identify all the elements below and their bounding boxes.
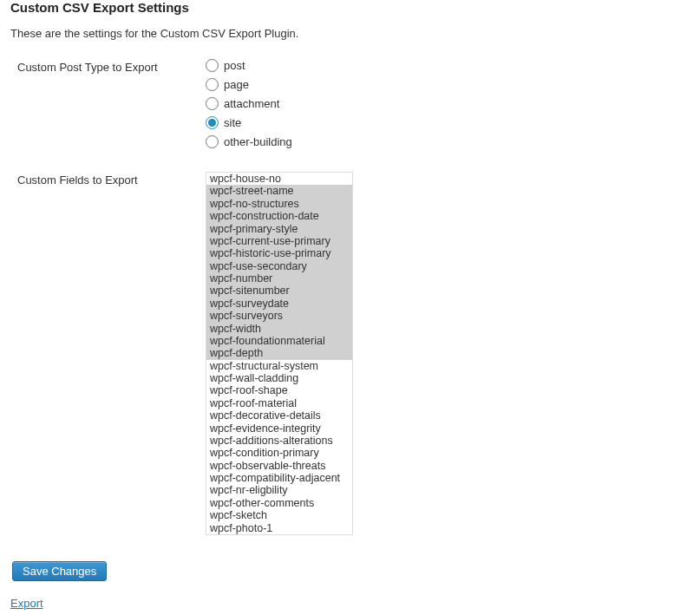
post-type-radio[interactable] — [206, 59, 219, 72]
custom-fields-label: Custom Fields to Export — [10, 168, 206, 549]
description-text: These are the settings for the Custom CS… — [10, 27, 690, 40]
custom-field-option[interactable]: wpcf-historic-use-primary — [206, 247, 352, 259]
post-type-radio[interactable] — [206, 135, 219, 148]
custom-field-option[interactable]: wpcf-sitenumber — [206, 285, 352, 297]
post-type-label: Custom Post Type to Export — [10, 56, 206, 168]
custom-field-option[interactable]: wpcf-street-name — [206, 185, 352, 197]
custom-field-option[interactable]: wpcf-surveyors — [206, 310, 352, 322]
post-type-option[interactable]: post — [206, 59, 690, 72]
post-type-radio-group: postpageattachmentsiteother-building — [206, 59, 690, 148]
custom-field-option[interactable]: wpcf-photo-1 — [206, 522, 352, 534]
custom-field-option[interactable]: wpcf-wall-cladding — [206, 372, 352, 384]
custom-field-option[interactable]: wpcf-foundationmaterial — [206, 335, 352, 347]
post-type-option-label: page — [224, 78, 249, 91]
post-type-option-label: post — [224, 59, 245, 72]
custom-field-option[interactable]: wpcf-evidence-integrity — [206, 422, 352, 435]
custom-field-option[interactable]: wpcf-number — [206, 272, 352, 285]
custom-field-option[interactable]: wpcf-house-no — [206, 173, 352, 185]
custom-field-option[interactable]: wpcf-current-use-primary — [206, 235, 352, 247]
custom-field-option[interactable]: wpcf-surveydate — [206, 298, 352, 310]
custom-field-option[interactable]: wpcf-primary-style — [206, 223, 352, 235]
custom-field-option[interactable]: wpcf-roof-shape — [206, 384, 352, 396]
custom-field-option[interactable]: wpcf-use-secondary — [206, 260, 352, 272]
custom-field-option[interactable]: wpcf-roof-material — [206, 397, 352, 409]
custom-field-option[interactable]: wpcf-nr-eligbility — [206, 484, 352, 496]
save-button[interactable]: Save Changes — [12, 561, 107, 581]
post-type-option[interactable]: page — [206, 78, 690, 91]
post-type-option-label: site — [224, 116, 241, 129]
custom-field-option[interactable]: wpcf-construction-date — [206, 210, 352, 222]
custom-field-option[interactable]: wpcf-other-comments — [206, 497, 352, 509]
post-type-option[interactable]: other-building — [206, 135, 690, 148]
custom-field-option[interactable]: wpcf-additions-alterations — [206, 435, 352, 447]
custom-fields-select[interactable]: wpcf-house-nowpcf-street-namewpcf-no-str… — [206, 172, 353, 535]
post-type-radio[interactable] — [206, 78, 219, 91]
custom-field-option[interactable]: wpcf-compatibility-adjacent — [206, 472, 352, 484]
post-type-radio[interactable] — [206, 116, 219, 129]
custom-field-option[interactable]: wpcf-condition-primary — [206, 447, 352, 459]
post-type-option-label: attachment — [224, 97, 279, 110]
page-title: Custom CSV Export Settings — [10, 0, 690, 15]
post-type-radio[interactable] — [206, 97, 219, 110]
custom-field-option[interactable]: wpcf-decorative-details — [206, 409, 352, 422]
custom-field-option[interactable]: wpcf-structural-system — [206, 360, 352, 372]
post-type-option[interactable]: site — [206, 116, 690, 129]
post-type-option[interactable]: attachment — [206, 97, 690, 110]
custom-field-option[interactable]: wpcf-sketch — [206, 509, 352, 521]
custom-field-option[interactable]: wpcf-width — [206, 323, 352, 335]
export-link[interactable]: Export — [10, 597, 43, 610]
custom-field-option[interactable]: wpcf-observable-threats — [206, 460, 352, 472]
custom-field-option[interactable]: wpcf-no-structures — [206, 198, 352, 210]
post-type-option-label: other-building — [224, 135, 292, 148]
custom-field-option[interactable]: wpcf-depth — [206, 347, 352, 359]
